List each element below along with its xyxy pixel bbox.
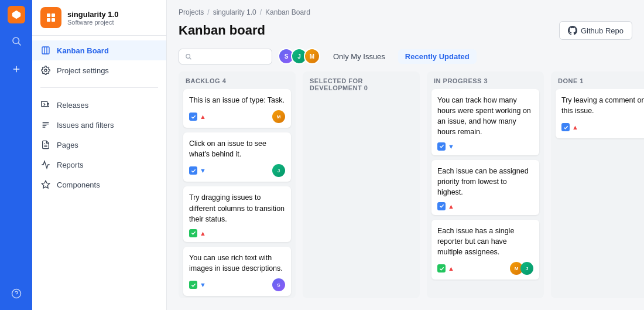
card-checkbox[interactable] [189,166,197,175]
sidebar-item-components[interactable]: Components [32,175,166,195]
card-text: This is an issue of type: Task. [189,95,285,105]
avatar: J [272,164,285,177]
components-icon [40,179,51,190]
table-row[interactable]: Each issue can be assigned priority from… [431,160,539,215]
reports-icon [40,159,51,170]
kanban-icon [40,45,51,56]
card-text: Try leaving a comment on this issue. [561,95,644,116]
avatar: J [520,262,533,275]
breadcrumb-project[interactable]: singularity 1.0 [213,8,256,16]
sidebar-settings-label: Project settings [57,66,109,75]
column-cards-3: Try leaving a comment on this issue.▲K [551,89,644,143]
project-type: Software project [67,19,118,26]
avatar-filters: S J M [278,48,320,64]
column-cards-0: This is an issue of type: Task.▲MClick o… [179,89,296,298]
table-row[interactable]: Try leaving a comment on this issue.▲K [556,89,644,138]
search-icon [185,53,191,60]
sidebar-releases-label: Releases [57,101,88,110]
breadcrumb: Projects / singularity 1.0 / Kanban Boar… [167,0,644,19]
avatar-3[interactable]: M [304,48,320,64]
pages-icon [40,139,51,150]
priority-down-icon: ▼ [200,281,206,288]
avatar: M [272,110,285,123]
table-row[interactable]: This is an issue of type: Task.▲M [183,89,291,128]
card-checkbox[interactable] [437,142,446,151]
sidebar-item-kanban[interactable]: Kanban Board [32,40,166,60]
app-logo[interactable] [8,6,25,23]
table-row[interactable]: Each issue has a single reporter but can… [431,220,539,280]
card-checkbox[interactable] [561,123,570,131]
priority-up-icon: ▲ [200,230,206,237]
sidebar-divider [40,87,158,88]
card-checkbox[interactable] [189,281,197,289]
add-nav-button[interactable] [6,59,27,80]
board-column-1: SELECTED FOR DEVELOPMENT 0 [303,71,420,298]
only-my-issues-button[interactable]: Only My Issues [326,49,392,64]
sidebar-pages-label: Pages [57,141,78,149]
help-nav-button[interactable] [6,283,27,304]
sidebar-nav: Kanban Board Project settings [32,36,166,85]
search-input[interactable] [195,52,266,61]
github-btn-label: Github Repo [581,26,624,35]
priority-down-icon: ▼ [448,143,454,150]
table-row[interactable]: Try dragging issues to different columns… [183,186,291,241]
svg-rect-8 [52,13,55,17]
svg-rect-9 [47,18,50,22]
recently-updated-button[interactable]: Recently Updated [398,49,477,64]
svg-rect-11 [42,47,49,54]
avatar: S [272,278,285,291]
github-repo-button[interactable]: Github Repo [559,21,632,40]
priority-up-icon: ▲ [200,113,206,120]
sidebar-item-releases[interactable]: Releases [32,95,166,115]
card-text: Each issue can be assigned priority from… [437,166,533,197]
board-column-3: DONE 1Try leaving a comment on this issu… [551,71,644,298]
breadcrumb-sep2: / [260,8,262,16]
search-box[interactable] [179,49,272,64]
card-checkbox[interactable] [189,113,197,121]
sidebar-item-settings[interactable]: Project settings [32,60,166,80]
project-icon [40,7,61,28]
project-name: singularity 1.0 [67,10,118,19]
sidebar-kanban-label: Kanban Board [57,46,109,55]
board-column-0: BACKLOG 4This is an issue of type: Task.… [179,71,296,298]
project-header: singularity 1.0 Software project [32,0,166,36]
search-nav-button[interactable] [6,30,27,52]
card-text: You can use rich text with images in iss… [189,253,285,274]
card-avatars: MJ [510,262,533,275]
table-row[interactable]: You can use rich text with images in iss… [183,247,291,296]
table-row[interactable]: You can track how many hours were spent … [431,89,539,155]
kanban-board: BACKLOG 4This is an issue of type: Task.… [167,71,644,310]
sidebar-item-pages[interactable]: Pages [32,135,166,155]
card-checkbox[interactable] [437,202,446,210]
priority-up-icon: ▲ [572,124,578,131]
column-cards-1 [303,96,420,101]
column-title-1: SELECTED FOR DEVELOPMENT 0 [310,77,413,91]
sidebar-item-issues[interactable]: Issues and filters [32,115,166,135]
table-row[interactable]: Click on an issue to see what's behind i… [183,132,291,182]
svg-rect-10 [52,18,55,22]
sidebar: singularity 1.0 Software project Kanban … [32,0,167,310]
board-column-2: IN PROGRESS 3You can track how many hour… [427,71,544,298]
project-info: singularity 1.0 Software project [67,10,118,26]
svg-point-1 [13,38,19,44]
sidebar-components-label: Components [57,180,100,189]
priority-down-icon: ▼ [200,167,206,174]
svg-line-2 [18,43,20,45]
breadcrumb-projects[interactable]: Projects [179,8,204,16]
svg-marker-0 [12,11,20,19]
svg-point-14 [44,69,47,71]
card-text: Try dragging issues to different columns… [189,192,285,224]
card-text: Click on an issue to see what's behind i… [189,138,285,159]
settings-icon [40,65,51,76]
priority-up-icon: ▲ [448,203,454,210]
sidebar-item-reports[interactable]: Reports [32,155,166,175]
main-content: Projects / singularity 1.0 / Kanban Boar… [167,0,644,310]
card-checkbox[interactable] [437,264,446,272]
releases-icon [40,100,51,110]
svg-rect-7 [47,13,50,17]
priority-up-icon: ▲ [448,265,454,272]
card-checkbox[interactable] [189,229,197,237]
card-text: Each issue has a single reporter but can… [437,226,533,257]
issues-icon [40,120,51,130]
svg-point-19 [186,54,190,58]
